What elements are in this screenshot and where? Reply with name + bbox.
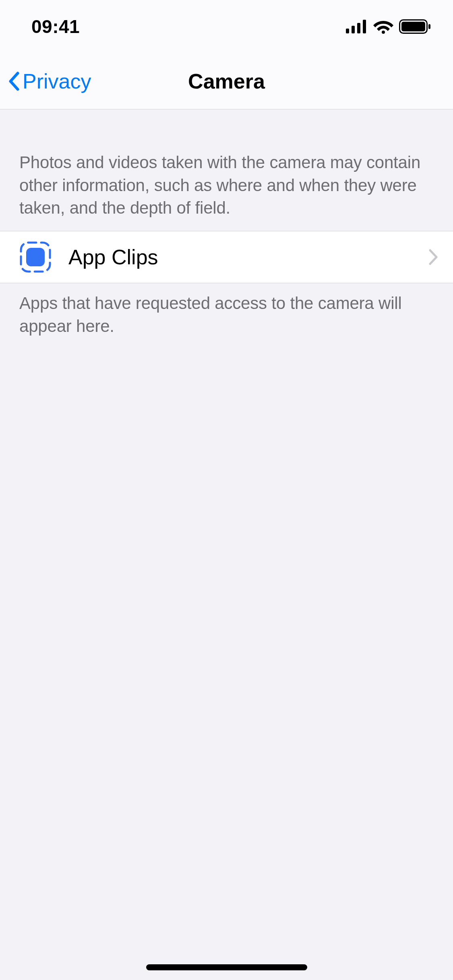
cellular-signal-icon	[346, 20, 368, 33]
svg-rect-2	[357, 23, 360, 33]
chevron-right-icon	[428, 249, 439, 266]
app-clips-icon	[19, 241, 52, 273]
app-clips-row[interactable]: App Clips	[0, 231, 453, 283]
wifi-icon	[373, 19, 393, 34]
nav-title: Camera	[188, 69, 265, 93]
svg-rect-9	[26, 248, 45, 266]
svg-point-4	[382, 31, 385, 34]
section-footer: Apps that have requested access to the c…	[0, 283, 453, 338]
home-indicator[interactable]	[146, 964, 307, 970]
svg-rect-6	[401, 22, 425, 31]
svg-rect-0	[346, 29, 349, 33]
status-bar: 09:41	[0, 0, 453, 53]
battery-icon	[399, 19, 431, 34]
chevron-left-icon	[8, 72, 19, 91]
svg-rect-1	[352, 26, 355, 33]
back-label: Privacy	[23, 69, 91, 93]
content-area: Photos and videos taken with the camera …	[0, 109, 453, 338]
status-indicators	[346, 19, 431, 34]
navigation-bar: Privacy Camera	[0, 53, 453, 109]
svg-rect-7	[428, 24, 430, 29]
svg-rect-3	[363, 20, 366, 33]
back-button[interactable]: Privacy	[8, 69, 91, 93]
settings-group: App Clips	[0, 231, 453, 283]
row-label: App Clips	[68, 245, 428, 269]
section-header: Photos and videos taken with the camera …	[0, 109, 453, 231]
status-time: 09:41	[31, 16, 80, 37]
